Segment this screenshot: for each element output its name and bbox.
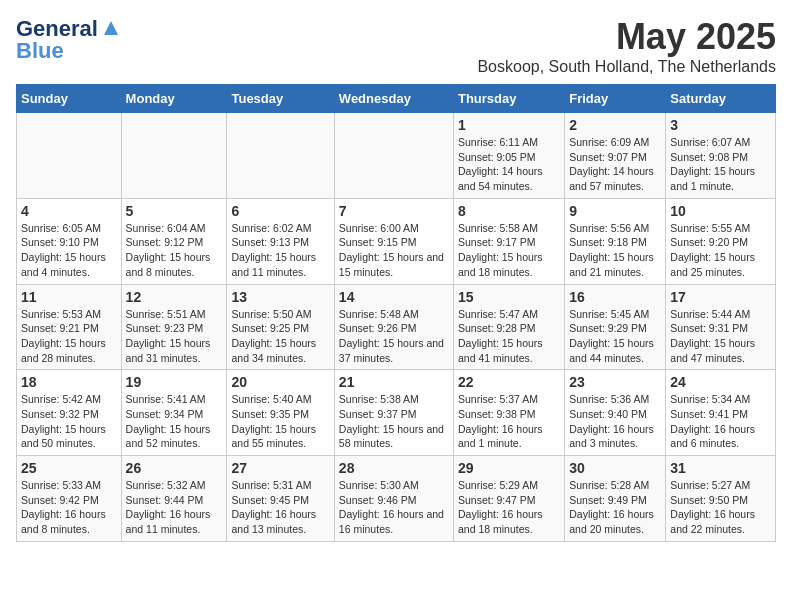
day-number: 15 xyxy=(458,289,560,305)
day-number: 9 xyxy=(569,203,661,219)
page-container: General Blue May 2025 Boskoop, South Hol… xyxy=(16,16,776,542)
table-row: 21Sunrise: 5:38 AMSunset: 9:37 PMDayligh… xyxy=(334,370,453,456)
table-row: 26Sunrise: 5:32 AMSunset: 9:44 PMDayligh… xyxy=(121,456,227,542)
table-row: 9Sunrise: 5:56 AMSunset: 9:18 PMDaylight… xyxy=(565,198,666,284)
table-row xyxy=(121,113,227,199)
day-info: Sunrise: 5:45 AMSunset: 9:29 PMDaylight:… xyxy=(569,307,661,366)
day-number: 5 xyxy=(126,203,223,219)
day-info: Sunrise: 5:29 AMSunset: 9:47 PMDaylight:… xyxy=(458,478,560,537)
day-info: Sunrise: 6:05 AMSunset: 9:10 PMDaylight:… xyxy=(21,221,117,280)
table-row xyxy=(227,113,334,199)
header-saturday: Saturday xyxy=(666,85,776,113)
day-info: Sunrise: 5:58 AMSunset: 9:17 PMDaylight:… xyxy=(458,221,560,280)
day-number: 7 xyxy=(339,203,449,219)
calendar-week-row: 4Sunrise: 6:05 AMSunset: 9:10 PMDaylight… xyxy=(17,198,776,284)
table-row: 18Sunrise: 5:42 AMSunset: 9:32 PMDayligh… xyxy=(17,370,122,456)
logo-blue: Blue xyxy=(16,38,64,64)
table-row: 30Sunrise: 5:28 AMSunset: 9:49 PMDayligh… xyxy=(565,456,666,542)
day-number: 23 xyxy=(569,374,661,390)
day-info: Sunrise: 5:42 AMSunset: 9:32 PMDaylight:… xyxy=(21,392,117,451)
table-row xyxy=(17,113,122,199)
day-info: Sunrise: 5:27 AMSunset: 9:50 PMDaylight:… xyxy=(670,478,771,537)
table-row: 25Sunrise: 5:33 AMSunset: 9:42 PMDayligh… xyxy=(17,456,122,542)
day-info: Sunrise: 5:41 AMSunset: 9:34 PMDaylight:… xyxy=(126,392,223,451)
day-info: Sunrise: 5:33 AMSunset: 9:42 PMDaylight:… xyxy=(21,478,117,537)
table-row: 11Sunrise: 5:53 AMSunset: 9:21 PMDayligh… xyxy=(17,284,122,370)
table-row xyxy=(334,113,453,199)
table-row: 12Sunrise: 5:51 AMSunset: 9:23 PMDayligh… xyxy=(121,284,227,370)
table-row: 6Sunrise: 6:02 AMSunset: 9:13 PMDaylight… xyxy=(227,198,334,284)
table-row: 27Sunrise: 5:31 AMSunset: 9:45 PMDayligh… xyxy=(227,456,334,542)
day-info: Sunrise: 5:31 AMSunset: 9:45 PMDaylight:… xyxy=(231,478,329,537)
header-wednesday: Wednesday xyxy=(334,85,453,113)
day-number: 2 xyxy=(569,117,661,133)
table-row: 15Sunrise: 5:47 AMSunset: 9:28 PMDayligh… xyxy=(453,284,564,370)
day-number: 10 xyxy=(670,203,771,219)
day-number: 22 xyxy=(458,374,560,390)
day-info: Sunrise: 6:02 AMSunset: 9:13 PMDaylight:… xyxy=(231,221,329,280)
day-info: Sunrise: 5:51 AMSunset: 9:23 PMDaylight:… xyxy=(126,307,223,366)
day-number: 11 xyxy=(21,289,117,305)
day-info: Sunrise: 6:07 AMSunset: 9:08 PMDaylight:… xyxy=(670,135,771,194)
table-row: 22Sunrise: 5:37 AMSunset: 9:38 PMDayligh… xyxy=(453,370,564,456)
day-number: 27 xyxy=(231,460,329,476)
table-row: 8Sunrise: 5:58 AMSunset: 9:17 PMDaylight… xyxy=(453,198,564,284)
table-row: 23Sunrise: 5:36 AMSunset: 9:40 PMDayligh… xyxy=(565,370,666,456)
day-number: 19 xyxy=(126,374,223,390)
table-row: 29Sunrise: 5:29 AMSunset: 9:47 PMDayligh… xyxy=(453,456,564,542)
table-row: 16Sunrise: 5:45 AMSunset: 9:29 PMDayligh… xyxy=(565,284,666,370)
table-row: 10Sunrise: 5:55 AMSunset: 9:20 PMDayligh… xyxy=(666,198,776,284)
day-info: Sunrise: 5:38 AMSunset: 9:37 PMDaylight:… xyxy=(339,392,449,451)
table-row: 4Sunrise: 6:05 AMSunset: 9:10 PMDaylight… xyxy=(17,198,122,284)
day-info: Sunrise: 5:53 AMSunset: 9:21 PMDaylight:… xyxy=(21,307,117,366)
title-block: May 2025 Boskoop, South Holland, The Net… xyxy=(477,16,776,76)
table-row: 20Sunrise: 5:40 AMSunset: 9:35 PMDayligh… xyxy=(227,370,334,456)
page-header: General Blue May 2025 Boskoop, South Hol… xyxy=(16,16,776,76)
table-row: 24Sunrise: 5:34 AMSunset: 9:41 PMDayligh… xyxy=(666,370,776,456)
day-number: 14 xyxy=(339,289,449,305)
location-title: Boskoop, South Holland, The Netherlands xyxy=(477,58,776,76)
day-number: 31 xyxy=(670,460,771,476)
day-number: 3 xyxy=(670,117,771,133)
table-row: 14Sunrise: 5:48 AMSunset: 9:26 PMDayligh… xyxy=(334,284,453,370)
day-info: Sunrise: 6:00 AMSunset: 9:15 PMDaylight:… xyxy=(339,221,449,280)
day-number: 24 xyxy=(670,374,771,390)
svg-marker-0 xyxy=(104,21,118,35)
calendar-table: Sunday Monday Tuesday Wednesday Thursday… xyxy=(16,84,776,542)
day-number: 4 xyxy=(21,203,117,219)
day-number: 26 xyxy=(126,460,223,476)
table-row: 5Sunrise: 6:04 AMSunset: 9:12 PMDaylight… xyxy=(121,198,227,284)
day-info: Sunrise: 5:32 AMSunset: 9:44 PMDaylight:… xyxy=(126,478,223,537)
logo: General Blue xyxy=(16,16,122,64)
table-row: 13Sunrise: 5:50 AMSunset: 9:25 PMDayligh… xyxy=(227,284,334,370)
day-info: Sunrise: 5:28 AMSunset: 9:49 PMDaylight:… xyxy=(569,478,661,537)
table-row: 1Sunrise: 6:11 AMSunset: 9:05 PMDaylight… xyxy=(453,113,564,199)
day-info: Sunrise: 5:36 AMSunset: 9:40 PMDaylight:… xyxy=(569,392,661,451)
table-row: 19Sunrise: 5:41 AMSunset: 9:34 PMDayligh… xyxy=(121,370,227,456)
day-info: Sunrise: 5:48 AMSunset: 9:26 PMDaylight:… xyxy=(339,307,449,366)
day-info: Sunrise: 6:11 AMSunset: 9:05 PMDaylight:… xyxy=(458,135,560,194)
table-row: 3Sunrise: 6:07 AMSunset: 9:08 PMDaylight… xyxy=(666,113,776,199)
logo-triangle-icon xyxy=(100,17,122,39)
table-row: 17Sunrise: 5:44 AMSunset: 9:31 PMDayligh… xyxy=(666,284,776,370)
day-number: 1 xyxy=(458,117,560,133)
day-info: Sunrise: 6:09 AMSunset: 9:07 PMDaylight:… xyxy=(569,135,661,194)
day-number: 6 xyxy=(231,203,329,219)
day-number: 12 xyxy=(126,289,223,305)
day-info: Sunrise: 6:04 AMSunset: 9:12 PMDaylight:… xyxy=(126,221,223,280)
day-number: 13 xyxy=(231,289,329,305)
calendar-week-row: 1Sunrise: 6:11 AMSunset: 9:05 PMDaylight… xyxy=(17,113,776,199)
day-info: Sunrise: 5:47 AMSunset: 9:28 PMDaylight:… xyxy=(458,307,560,366)
day-number: 20 xyxy=(231,374,329,390)
table-row: 2Sunrise: 6:09 AMSunset: 9:07 PMDaylight… xyxy=(565,113,666,199)
calendar-week-row: 25Sunrise: 5:33 AMSunset: 9:42 PMDayligh… xyxy=(17,456,776,542)
header-thursday: Thursday xyxy=(453,85,564,113)
month-title: May 2025 xyxy=(477,16,776,58)
table-row: 7Sunrise: 6:00 AMSunset: 9:15 PMDaylight… xyxy=(334,198,453,284)
day-info: Sunrise: 5:37 AMSunset: 9:38 PMDaylight:… xyxy=(458,392,560,451)
header-sunday: Sunday xyxy=(17,85,122,113)
day-info: Sunrise: 5:44 AMSunset: 9:31 PMDaylight:… xyxy=(670,307,771,366)
day-number: 29 xyxy=(458,460,560,476)
header-monday: Monday xyxy=(121,85,227,113)
day-number: 18 xyxy=(21,374,117,390)
